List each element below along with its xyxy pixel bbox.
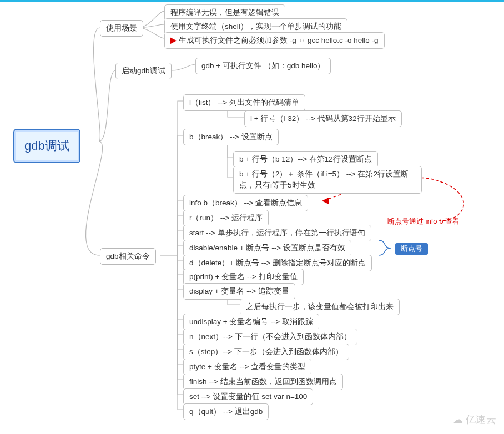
leaf-delete-text: d（delete）+ 断点号 --> 删除指定断点号对应的断点 (189, 259, 366, 267)
root-label: gdb调试 (24, 139, 69, 153)
top-accent-bar (0, 0, 504, 2)
leaf-display-text: display + 变量名 --> 追踪变量 (189, 287, 289, 295)
annotation-tag: 断点号 (395, 243, 428, 255)
branch-start[interactable]: 启动gdb调试 (115, 63, 172, 79)
leaf-usage-1-text: 程序编译无误，但是有逻辑错误 (170, 8, 279, 17)
annotation-tag-text: 断点号 (401, 245, 422, 253)
leaf-quit[interactable]: q（quit） --> 退出gdb (183, 403, 269, 420)
leaf-start-1[interactable]: gdb + 可执行文件 （如：gdb hello） (195, 58, 331, 74)
leaf-usage-3-text2: gcc hello.c -o hello -g (308, 36, 379, 44)
leaf-break-sub2-text: b + 行号（2）＋ 条件（if i=5） --> 在第2行设置断点，只有i等于… (239, 170, 409, 189)
watermark-text: 亿速云 (466, 414, 497, 425)
leaf-usage-3-text1: 生成可执行文件之前必须加参数 -g (179, 36, 296, 44)
root-node[interactable]: gdb调试 (13, 129, 80, 163)
leaf-finish[interactable]: finish --> 结束当前函数，返回到函数调用点 (183, 374, 343, 390)
leaf-break-sub2[interactable]: b + 行号（2）＋ 条件（if i=5） --> 在第2行设置断点，只有i等于… (233, 166, 422, 194)
leaf-break[interactable]: b（break） --> 设置断点 (183, 129, 279, 145)
leaf-start-cmd-text: start --> 单步执行，运行程序，停在第一行执行语句 (189, 229, 365, 237)
annotation-red-text: 断点号通过 info b 查看 (387, 217, 460, 225)
svg-marker-0 (322, 198, 329, 204)
leaf-start-cmd[interactable]: start --> 单步执行，运行程序，停在第一行执行语句 (183, 225, 371, 241)
leaf-next-text: n（next）--> 下一行（不会进入到函数体内部） (189, 332, 351, 341)
leaf-display-sub-text: 之后每执行一步，该变量值都会被打印出来 (246, 302, 394, 311)
leaf-list-sub-text: l + 行号（l 32） --> 代码从第32行开始显示 (250, 114, 396, 123)
leaf-step[interactable]: s（step）--> 下一步（会进入到函数体内部） (183, 344, 349, 360)
leaf-break-text: b（break） --> 设置断点 (189, 133, 273, 141)
leaf-set-text: set --> 设置变量的值 set var n=100 (189, 392, 307, 401)
leaf-run[interactable]: r（run） --> 运行程序 (183, 210, 269, 226)
leaf-infob[interactable]: info b（break） --> 查看断点信息 (183, 195, 308, 211)
branch-start-label: 启动gdb调试 (122, 67, 165, 75)
leaf-display-sub[interactable]: 之后每执行一步，该变量值都会被打印出来 (240, 299, 400, 315)
leaf-print-text: p(print) + 变量名 --> 打印变量值 (189, 272, 298, 281)
leaf-ptype-text: ptyte + 变量名 --> 查看变量的类型 (189, 362, 305, 371)
branch-commands-label: gdb相关命令 (106, 252, 150, 260)
branch-commands[interactable]: gdb相关命令 (100, 248, 156, 265)
leaf-list-text: l（list） --> 列出文件的代码清单 (189, 98, 299, 107)
red-flag-icon: ▶ (170, 36, 177, 44)
leaf-disable-text: disable/enable + 断点号 --> 设置断点是否有效 (189, 244, 345, 252)
leaf-infob-text: info b（break） --> 查看断点信息 (189, 199, 302, 207)
branch-usage-label: 使用场景 (106, 24, 137, 32)
leaf-disable[interactable]: disable/enable + 断点号 --> 设置断点是否有效 (183, 240, 351, 256)
dot-icon: ○ (300, 36, 304, 44)
leaf-step-text: s（step）--> 下一步（会进入到函数体内部） (189, 347, 343, 356)
leaf-break-sub1-text: b + 行号（b 12）--> 在第12行设置断点 (239, 155, 372, 163)
cloud-icon: ☁ (453, 414, 463, 425)
leaf-set[interactable]: set --> 设置变量的值 set var n=100 (183, 388, 313, 405)
annotation-red: 断点号通过 info b 查看 (387, 216, 460, 226)
watermark: ☁亿速云 (453, 413, 496, 426)
leaf-ptype[interactable]: ptyte + 变量名 --> 查看变量的类型 (183, 359, 311, 375)
leaf-finish-text: finish --> 结束当前函数，返回到函数调用点 (189, 377, 337, 386)
leaf-undisplay[interactable]: undisplay + 变量名编号 --> 取消跟踪 (183, 314, 319, 330)
leaf-run-text: r（run） --> 运行程序 (189, 214, 263, 222)
leaf-list-sub[interactable]: l + 行号（l 32） --> 代码从第32行开始显示 (244, 110, 402, 127)
branch-usage[interactable]: 使用场景 (100, 20, 143, 37)
leaf-undisplay-text: undisplay + 变量名编号 --> 取消跟踪 (189, 317, 313, 326)
leaf-quit-text: q（quit） --> 退出gdb (189, 407, 263, 416)
leaf-usage-3[interactable]: ▶生成可执行文件之前必须加参数 -g○gcc hello.c -o hello … (164, 32, 385, 49)
leaf-start-1-text: gdb + 可执行文件 （如：gdb hello） (201, 62, 325, 70)
leaf-usage-2-text: 使用文字终端（shell），实现一个单步调试的功能 (170, 22, 341, 31)
leaf-next[interactable]: n（next）--> 下一行（不会进入到函数体内部） (183, 329, 357, 345)
leaf-list[interactable]: l（list） --> 列出文件的代码清单 (183, 94, 305, 111)
leaf-break-sub1[interactable]: b + 行号（b 12）--> 在第12行设置断点 (233, 151, 378, 168)
leaf-display[interactable]: display + 变量名 --> 追踪变量 (183, 283, 295, 300)
